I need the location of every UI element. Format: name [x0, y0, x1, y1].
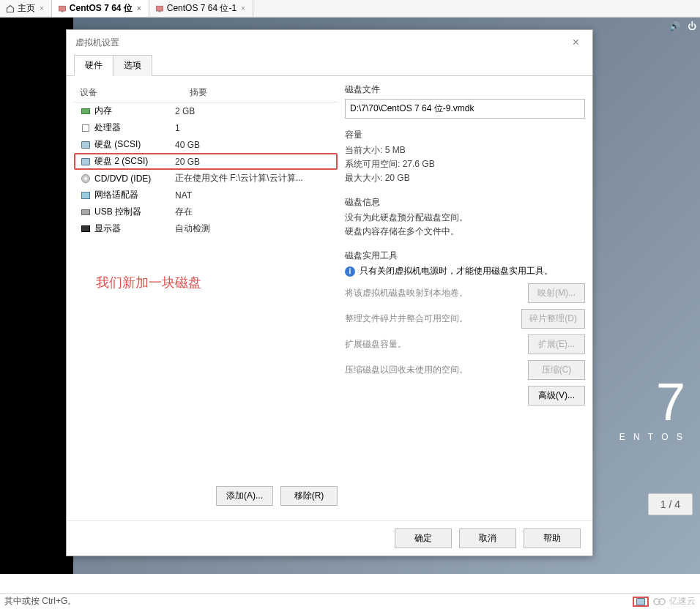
help-button[interactable]: 帮助 [524, 528, 581, 548]
disk-icon [80, 141, 92, 149]
util-row-map: 将该虚拟机磁盘映射到本地卷。 映射(M)... [345, 283, 585, 303]
device-row-usb[interactable]: USB 控制器 存在 [74, 203, 338, 220]
capacity-current: 当前大小: 5 MB [345, 144, 585, 157]
usb-icon [80, 209, 92, 215]
util-row-compact: 压缩磁盘以回收未使用的空间。 压缩(C) [345, 360, 585, 380]
disk-file-section: 磁盘文件 D:\7\70\CentOS 7 64 位-9.vmdk [345, 83, 585, 119]
details-panel: 磁盘文件 D:\7\70\CentOS 7 64 位-9.vmdk 容量 当前大… [345, 83, 585, 513]
hardware-list: 内存 2 GB 处理器 1 硬盘 (SCSI) 40 GB 硬盘 2 (SCSI… [74, 102, 338, 237]
tab-options[interactable]: 选项 [113, 55, 152, 76]
device-row-display[interactable]: 显示器 自动检测 [74, 220, 338, 237]
device-row-memory[interactable]: 内存 2 GB [74, 102, 338, 119]
disk-util-label: 磁盘实用工具 [345, 250, 585, 262]
svg-rect-1 [61, 11, 63, 12]
map-button[interactable]: 映射(M)... [528, 283, 585, 303]
display-icon [80, 225, 92, 232]
tab-vm-1[interactable]: CentOS 7 64 位 × [52, 0, 149, 17]
dialog-footer: 确定 取消 帮助 [67, 520, 592, 556]
main-tab-bar: 主页 × CentOS 7 64 位 × CentOS 7 64 位-1 × [0, 0, 700, 18]
dialog-body: 设备 摘要 内存 2 GB 处理器 1 硬盘 (SCSI) 40 GB 硬盘 2… [67, 76, 592, 520]
status-bar: 其中或按 Ctrl+G。 亿速云 [0, 593, 700, 609]
device-row-disk-1[interactable]: 硬盘 (SCSI) 40 GB [74, 136, 338, 153]
status-disk-icon[interactable] [633, 597, 649, 607]
vm-icon [155, 4, 164, 13]
tab-label: 主页 [18, 2, 35, 15]
capacity-section: 容量 当前大小: 5 MB 系统可用空间: 27.6 GB 最大大小: 20 G… [345, 129, 585, 186]
cd-icon [80, 174, 92, 183]
capacity-free: 系统可用空间: 27.6 GB [345, 158, 585, 171]
compact-button[interactable]: 压缩(C) [528, 360, 585, 380]
util-row-expand: 扩展磁盘容量。 扩展(E)... [345, 335, 585, 354]
advanced-row: 高级(V)... [345, 386, 585, 406]
page-indicator[interactable]: 1 / 4 [648, 493, 693, 515]
disk-info-line: 没有为此硬盘预分配磁盘空间。 [345, 212, 585, 224]
col-device: 设备 [80, 86, 190, 99]
defrag-button[interactable]: 碎片整理(D) [521, 309, 585, 329]
disk-info-line: 硬盘内容存储在多个文件中。 [345, 225, 585, 238]
volume-icon[interactable]: 🔊 [669, 21, 680, 31]
dialog-tabs: 硬件 选项 [67, 55, 592, 76]
device-buttons: 添加(A)... 移除(R) [74, 479, 338, 513]
network-icon [80, 192, 92, 199]
dialog-title-bar: 虚拟机设置 × [67, 30, 592, 55]
util-note: i 只有关闭虚拟机电源时，才能使用磁盘实用工具。 [345, 265, 585, 277]
tab-home[interactable]: 主页 × [0, 0, 52, 17]
svg-rect-3 [158, 11, 160, 12]
close-icon[interactable]: × [239, 4, 247, 12]
status-hint: 其中或按 Ctrl+G。 [4, 595, 76, 608]
dialog-title: 虚拟机设置 [75, 37, 119, 49]
util-row-defrag: 整理文件碎片并整合可用空间。 碎片整理(D) [345, 309, 585, 329]
ok-button[interactable]: 确定 [395, 528, 452, 548]
status-right: 亿速云 [633, 595, 696, 608]
col-summary: 摘要 [190, 86, 332, 99]
disk-icon [80, 158, 92, 165]
disk-file-field[interactable]: D:\7\70\CentOS 7 64 位-9.vmdk [345, 99, 585, 119]
device-row-network[interactable]: 网络适配器 NAT [74, 187, 338, 203]
device-row-disk-2[interactable]: 硬盘 2 (SCSI) 20 GB [74, 153, 338, 170]
centos-brand: 7 E N T O S [619, 372, 685, 442]
disk-info-section: 磁盘信息 没有为此硬盘预分配磁盘空间。 硬盘内容存储在多个文件中。 [345, 196, 585, 239]
vm-settings-dialog: 虚拟机设置 × 硬件 选项 设备 摘要 内存 2 GB 处理器 1 [66, 29, 593, 556]
close-icon[interactable]: × [135, 4, 143, 12]
expand-button[interactable]: 扩展(E)... [528, 335, 585, 354]
add-button[interactable]: 添加(A)... [216, 486, 273, 506]
info-icon: i [345, 266, 355, 277]
device-row-processor[interactable]: 处理器 1 [74, 119, 338, 136]
hardware-panel: 设备 摘要 内存 2 GB 处理器 1 硬盘 (SCSI) 40 GB 硬盘 2… [74, 83, 338, 513]
close-icon[interactable]: × [38, 4, 45, 12]
memory-icon [80, 108, 92, 114]
tab-vm-2[interactable]: CentOS 7 64 位-1 × [149, 0, 253, 17]
capacity-max: 最大大小: 20 GB [345, 172, 585, 184]
remove-button[interactable]: 移除(R) [280, 486, 338, 506]
capacity-label: 容量 [345, 129, 585, 141]
tab-label: CentOS 7 64 位-1 [167, 2, 237, 15]
power-icon[interactable]: ⏻ [688, 21, 696, 31]
device-row-cddvd[interactable]: CD/DVD (IDE) 正在使用文件 F:\云计算\云计算... [74, 170, 338, 187]
brand-number: 7 [619, 372, 685, 432]
cancel-button[interactable]: 取消 [459, 528, 516, 548]
home-icon [6, 4, 15, 13]
vm-icon [58, 4, 67, 13]
cpu-icon [80, 124, 92, 132]
advanced-button[interactable]: 高级(V)... [528, 386, 585, 406]
close-icon[interactable]: × [568, 36, 584, 49]
desktop-controls: 🔊 ⏻ [669, 21, 696, 31]
watermark: 亿速云 [653, 595, 696, 608]
brand-name: E N T O S [619, 432, 685, 442]
annotation-text: 我们新加一块磁盘 [74, 237, 338, 328]
tab-hardware[interactable]: 硬件 [74, 55, 113, 76]
svg-rect-0 [59, 6, 65, 11]
hardware-header: 设备 摘要 [74, 83, 338, 102]
disk-file-label: 磁盘文件 [345, 83, 585, 96]
svg-rect-2 [156, 6, 163, 11]
disk-info-label: 磁盘信息 [345, 196, 585, 209]
tab-label: CentOS 7 64 位 [70, 2, 133, 15]
disk-utilities-section: 磁盘实用工具 i 只有关闭虚拟机电源时，才能使用磁盘实用工具。 将该虚拟机磁盘映… [345, 250, 585, 406]
